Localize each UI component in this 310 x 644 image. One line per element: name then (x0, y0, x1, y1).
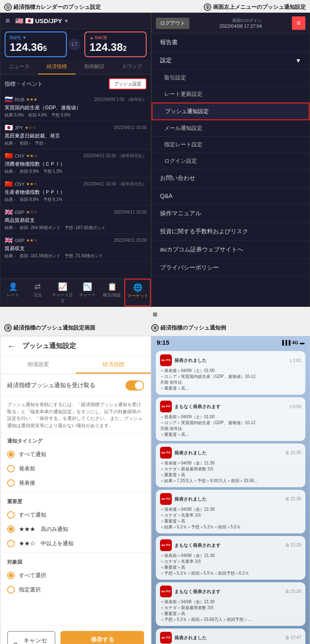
menu-subitem[interactable]: メール通知設定 (152, 120, 310, 137)
cancel-label: キャンセル (21, 637, 50, 644)
menu-item-label: Q&A (160, 193, 173, 199)
push-notification-settings-menu-item[interactable]: プッシュ通知設定 (152, 103, 310, 120)
menu-subitem[interactable]: 取引設定 (152, 70, 310, 86)
nav-rate[interactable]: 👤 レート (0, 279, 25, 306)
event-result: 結果 - (5, 197, 16, 203)
tab-market-change[interactable]: 相場急変 (0, 356, 76, 374)
importance-medium-radio[interactable] (7, 540, 15, 547)
event-forecast: 予想 5.0% (51, 112, 71, 118)
nav-rate-label: レート (7, 293, 19, 297)
importance-all-radio[interactable] (7, 511, 15, 519)
nav-order[interactable]: ⇄ 注文 (25, 279, 50, 306)
importance-all[interactable]: すべて通知 (0, 508, 151, 522)
notif-title: 発表されました (174, 357, 207, 364)
target-specific[interactable]: 指定選択 (0, 583, 151, 597)
timing-before-radio[interactable] (7, 465, 15, 472)
menu-subitem[interactable]: ログイン設定 (152, 153, 310, 169)
timing-after-radio[interactable] (7, 479, 15, 487)
logout-button[interactable]: ログアウト (156, 18, 189, 29)
target-all-radio[interactable] (7, 572, 15, 579)
event-date: 2022/04/11 10:30 （前年同月比） (83, 153, 147, 159)
importance-section-title: 重要度 (0, 494, 151, 508)
menu-item[interactable]: 操作マニュアル (152, 205, 310, 223)
divider1 (0, 492, 151, 492)
tab-swap[interactable]: スワップ (113, 60, 151, 74)
nav-market[interactable]: 🌐 マーケット (124, 279, 151, 306)
event-stars: ★★☆ (26, 153, 37, 158)
importance-high-radio[interactable] (7, 525, 15, 533)
importance-high[interactable]: ★★★ 高のみ通知 (0, 522, 151, 536)
event-row: 🇯🇵 JPY ★☆☆ 2022/04/11 10:00 黒田東彦日銀総裁、発言 … (0, 121, 151, 149)
target-all[interactable]: すべて選択 (0, 568, 151, 583)
app-icon: au FX (160, 539, 172, 551)
event-prev: 前回 8.8% (20, 197, 39, 203)
event-row: 🇨🇳 CNY ★★☆ 2022/04/11 10:30 （前年同月比） 消費者物… (0, 149, 151, 177)
notif-title: 発表されました (174, 635, 207, 641)
timing-all[interactable]: すべて通知 (0, 447, 151, 462)
bottom-section-labels: ③経済指標のプッシュ通知設定画面 ④経済指標のプッシュ通知例 (0, 322, 310, 334)
event-stars: ★☆☆ (26, 210, 37, 214)
notif-body: ＜発表後＞04/09（土）01:00＜ロシア＞実質国内総生産（GDP、速報値）1… (160, 368, 301, 391)
notif-body: ＜発表前＞04/09（土）01:00＜ロシア＞実質国内総生産（GDP、速報値）1… (160, 414, 301, 438)
menu-item[interactable]: 報告書 (152, 34, 310, 52)
timing-after[interactable]: 発表後 (0, 476, 151, 490)
target-specific-radio[interactable] (7, 586, 15, 594)
notif-body: ＜発表前＞04/08（金）21:30＜カナダ＞新規雇用者数 3月＜重要度＞高＜予… (160, 599, 301, 623)
tab-news[interactable]: ニュース (0, 60, 38, 74)
login-date: 2022/04/08 17:27:04 (220, 24, 262, 29)
menu-icon[interactable]: ≡ (5, 16, 10, 25)
timing-before-label: 発表前 (19, 465, 35, 472)
event-prev: 前回 4.0% (28, 112, 47, 118)
currency-display[interactable]: 🇺🇸 🇯🇵 USD/JPY ▼ (15, 17, 69, 25)
country-flag: 🇨🇳 (5, 180, 13, 188)
login-info: 前回のログイン 2022/04/08 17:27:04 (220, 18, 262, 29)
event-stars: ★★★ (26, 97, 37, 102)
menu-item[interactable]: Q&A (152, 187, 310, 205)
menu-item-label: 操作マニュアル (160, 210, 201, 217)
menu-item[interactable]: プライバシーポリシー (152, 259, 310, 277)
top-label-left: ①経済指標カレンダーのプッシュ設定 (4, 3, 101, 11)
timing-before[interactable]: 発表前 (0, 462, 151, 476)
push-settings-button[interactable]: プッシュ設定 (109, 78, 147, 90)
save-button[interactable]: 保存する (60, 631, 144, 644)
notif-title: 発表されました (174, 450, 207, 456)
event-name: 生産者物価指数（ＰＰＩ） (5, 189, 147, 196)
importance-all-label: すべて通知 (19, 511, 46, 519)
event-values: 結果 - 前回 -264.99億ポンド 予想 -167.00億ポンド (5, 225, 147, 231)
event-forecast: 予想 1.3% (43, 169, 63, 174)
event-name: 実質国内総生産（GDP、速報値） (5, 104, 147, 111)
cancel-button[interactable]: ⊗ キャンセル (7, 631, 55, 644)
importance-medium[interactable]: ★★☆ 中以上を通知 (0, 536, 151, 551)
menu-item[interactable]: 投資に関する手数料およびリスク (152, 223, 310, 241)
event-result: 結果 - (5, 169, 16, 174)
menu-button-right[interactable]: ≡ (292, 16, 305, 30)
nav-chart[interactable]: 📉 チャート (75, 279, 100, 306)
rate-icon: 👤 (2, 282, 24, 291)
menu-item[interactable]: auカブコム証券ウェブサイトへ (152, 241, 310, 259)
notif-time: 金 21:30 (285, 496, 301, 502)
menu-item[interactable]: 設定▼ (152, 52, 310, 70)
event-prev: 前回 -264.99億ポンド (20, 225, 60, 231)
menu-item[interactable]: お問い合わせ (152, 169, 310, 187)
tab-video[interactable]: 動画解説 (76, 60, 113, 74)
nav-chart-order[interactable]: 📈 チャート注文 (50, 279, 75, 306)
nav-positions[interactable]: 📋 建玉/損益 (100, 279, 124, 306)
main-row: ≡ 🇺🇸 🇯🇵 USD/JPY ▼ Bid/売 ▼ 124.365 1.7 ▲ … (0, 13, 310, 307)
menu-subitem[interactable]: 指定レート設定 (152, 137, 310, 153)
menu-subitem[interactable]: レート更新設定 (152, 86, 310, 103)
toggle-switch[interactable] (126, 380, 144, 391)
event-values: 結果 - 前回 - 予想 - (5, 140, 147, 146)
event-prev: 前回 - (20, 140, 31, 146)
event-stars: ★★☆ (26, 238, 37, 243)
spread-badge: 1.7 (68, 39, 80, 50)
tab-economic-indicator[interactable]: 経済指標 (76, 356, 151, 374)
ask-section: ▲ Ask/買 124.382 (84, 32, 147, 57)
notif-body: ＜発表前＞04/08（金）21:30＜カナダ＞失業率 3月＜重要度＞高＜予想＞5… (160, 553, 301, 576)
back-button[interactable]: ← (7, 341, 16, 351)
tab-economic[interactable]: 経済指標 (38, 60, 76, 74)
status-bar: 9:15 ▐▐▐ 4G ▬ (152, 336, 310, 348)
nav-chart-label: チャート (79, 293, 96, 297)
country-flag: 🇯🇵 (5, 124, 13, 132)
event-name: 黒田東彦日銀総裁、発言 (5, 132, 147, 140)
timing-all-radio[interactable] (7, 451, 15, 458)
